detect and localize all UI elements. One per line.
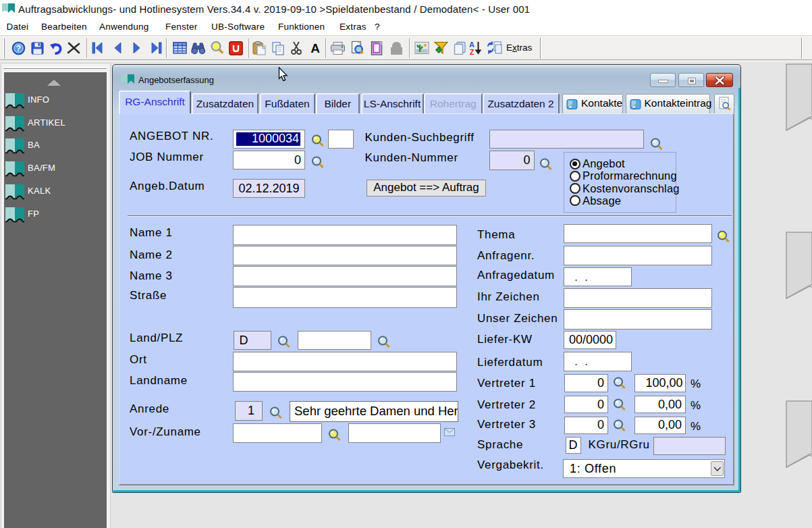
svg-text:?: ? [16, 44, 21, 53]
svg-text:Z: Z [470, 48, 475, 55]
